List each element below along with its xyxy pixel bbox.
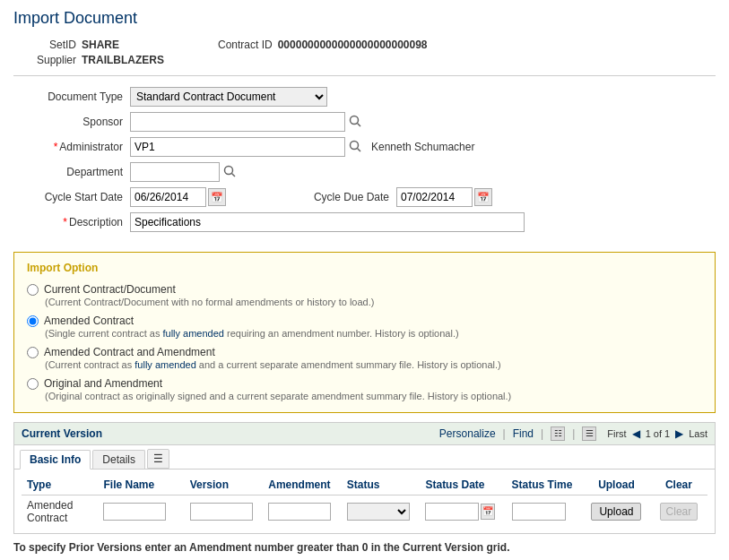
radio-label-1[interactable]: Current Contract/Document [44, 283, 176, 296]
header-divider [13, 75, 716, 76]
admin-label: Administrator [13, 141, 130, 153]
cell-clear: Clear [650, 495, 707, 529]
doc-type-row: Document Type Standard Contract Document [13, 87, 716, 107]
col-header-upload: Upload [583, 475, 650, 495]
col-header-amendment: Amendment [263, 475, 342, 495]
cycle-start-group: Cycle Start Date 📅 [13, 187, 226, 207]
dept-label: Department [13, 166, 130, 178]
cell-version [185, 495, 264, 529]
bottom-note: To specify Prior Versions enter an Amend… [13, 541, 716, 554]
contract-id-row: Contract ID 0000000000000000000000098 [218, 39, 428, 51]
version-input[interactable] [190, 503, 253, 521]
statusdate-calendar-icon[interactable]: 📅 [481, 504, 495, 520]
cycle-due-calendar-icon[interactable]: 📅 [474, 188, 492, 206]
tab-icon[interactable]: ☰ [147, 449, 169, 469]
cell-filename [98, 495, 184, 529]
upload-button[interactable]: Upload [591, 503, 641, 521]
radio-amended-contract[interactable] [27, 315, 39, 327]
radio-original-and-amendment[interactable] [27, 378, 39, 390]
cycle-start-input[interactable] [130, 187, 206, 207]
tab-details[interactable]: Details [92, 450, 145, 469]
supplier-row: Supplier TRAILBLAZERS [22, 54, 164, 66]
doc-type-label: Document Type [13, 90, 130, 103]
radio-main-4: Original and Amendment [27, 377, 702, 390]
sponsor-input[interactable] [130, 112, 345, 132]
next-btn[interactable]: ▶ [675, 427, 683, 440]
admin-input[interactable] [130, 137, 345, 157]
setid-row: SetID SHARE [22, 39, 164, 51]
cell-statusdate: 📅 [420, 495, 506, 529]
view-icon-2[interactable]: ☰ [582, 426, 596, 441]
page-info: 1 of 1 [646, 428, 671, 439]
svg-line-5 [232, 174, 236, 177]
col-header-filename: File Name [98, 475, 184, 495]
tabs-row: Basic Info Details ☰ [14, 445, 715, 470]
find-link[interactable]: Find [513, 427, 534, 440]
amendment-input[interactable] [268, 503, 331, 521]
supplier-value: TRAILBLAZERS [82, 54, 164, 66]
svg-line-3 [358, 149, 361, 152]
radio-desc-3: (Current contract as fully amended and a… [45, 359, 702, 370]
radio-label-4[interactable]: Original and Amendment [44, 377, 162, 390]
view-icon-1[interactable]: ☷ [551, 426, 565, 441]
table-header-row: Type File Name Version Amendment Status … [22, 475, 707, 495]
contract-id-label: Contract ID [218, 39, 273, 51]
description-label: Description [13, 216, 130, 228]
cell-amendment [263, 495, 342, 529]
table-head: Type File Name Version Amendment Status … [22, 475, 707, 495]
admin-lookup-icon[interactable] [348, 139, 364, 155]
radio-main-1: Current Contract/Document [27, 283, 702, 296]
setid-value: SHARE [82, 39, 119, 51]
prev-btn[interactable]: ◀ [632, 427, 640, 440]
right-info-group: Contract ID 0000000000000000000000098 [218, 39, 428, 66]
cycle-dates-row: Cycle Start Date 📅 Cycle Due Date 📅 [13, 187, 716, 207]
sponsor-lookup-icon[interactable] [348, 114, 364, 130]
col-header-clear: Clear [650, 475, 707, 495]
sponsor-label: Sponsor [13, 116, 130, 128]
clear-button[interactable]: Clear [660, 503, 699, 521]
import-option-title: Import Option [27, 262, 702, 274]
description-input[interactable] [130, 212, 525, 232]
radio-current-contract[interactable] [27, 284, 39, 296]
radio-desc-4: (Original contract as originally signed … [45, 391, 702, 401]
col-header-statusdate: Status Date [420, 475, 506, 495]
statustime-input[interactable] [512, 503, 566, 521]
radio-amended-contract-and-amendment[interactable] [27, 347, 39, 358]
dept-lookup-icon[interactable] [222, 164, 239, 180]
radio-group: Current Contract/Document (Current Contr… [27, 281, 702, 403]
radio-item-4: Original and Amendment (Original contrac… [27, 375, 702, 403]
radio-item-3: Amended Contract and Amendment (Current … [27, 344, 702, 372]
tab-basic-info[interactable]: Basic Info [20, 450, 91, 470]
admin-row: Administrator Kenneth Schumacher [13, 137, 716, 157]
status-select[interactable] [347, 503, 410, 521]
current-version-title: Current Version [22, 427, 102, 440]
cycle-start-calendar-icon[interactable]: 📅 [208, 188, 226, 206]
description-row: Description [13, 212, 716, 232]
dept-input[interactable] [130, 162, 220, 182]
col-header-statustime: Status Time [507, 475, 583, 495]
radio-label-3[interactable]: Amended Contract and Amendment [44, 346, 215, 358]
form-section: Document Type Standard Contract Document… [13, 83, 716, 245]
svg-point-0 [351, 116, 359, 125]
cycle-due-group: Cycle Due Date 📅 [280, 187, 492, 207]
radio-label-2[interactable]: Amended Contract [44, 314, 134, 327]
svg-line-1 [358, 124, 361, 127]
import-option-section: Import Option Current Contract/Document … [13, 252, 716, 413]
cell-status [342, 495, 421, 529]
table-row: AmendedContract [22, 495, 707, 529]
filename-input[interactable] [103, 503, 166, 521]
doc-type-select[interactable]: Standard Contract Document [130, 87, 327, 107]
current-version-table: Type File Name Version Amendment Status … [22, 475, 707, 528]
statusdate-input[interactable] [425, 503, 479, 521]
table-section: Type File Name Version Amendment Status … [14, 470, 715, 533]
personalize-link[interactable]: Personalize [439, 427, 496, 440]
sponsor-row: Sponsor [13, 112, 716, 132]
svg-point-2 [351, 142, 359, 150]
first-label: First [607, 428, 626, 439]
current-version-controls: Personalize | Find | ☷ | ☰ First ◀ 1 of … [439, 426, 707, 441]
radio-main-2: Amended Contract [27, 314, 702, 327]
page-container: Import Document SetID SHARE Supplier TRA… [0, 0, 729, 560]
cycle-due-input[interactable] [396, 187, 473, 207]
cell-upload: Upload [583, 495, 650, 529]
table-body: AmendedContract [22, 495, 707, 529]
